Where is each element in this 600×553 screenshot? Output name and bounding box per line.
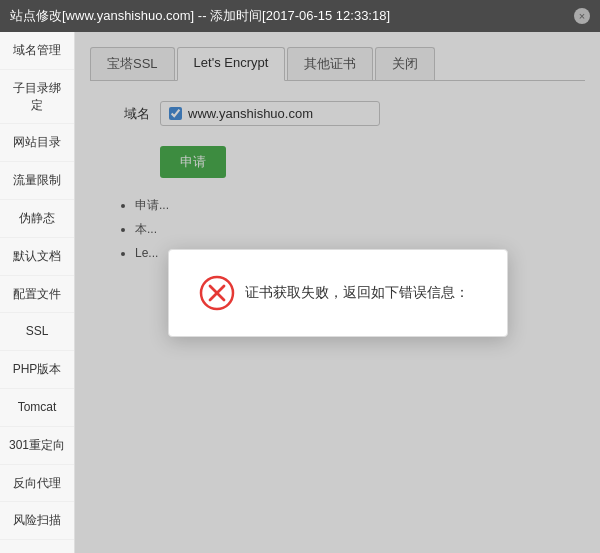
sidebar: 域名管理 子目录绑定 网站目录 流量限制 伪静态 默认文档 配置文件 SSL P… bbox=[0, 32, 75, 553]
modal-message: 证书获取失败，返回如下错误信息： bbox=[245, 284, 469, 302]
modal-overlay: 证书获取失败，返回如下错误信息： bbox=[75, 32, 600, 553]
sidebar-item-risk-scan[interactable]: 风险扫描 bbox=[0, 502, 74, 540]
sidebar-item-site-directory[interactable]: 网站目录 bbox=[0, 124, 74, 162]
sidebar-item-reverse-proxy[interactable]: 反向代理 bbox=[0, 465, 74, 503]
sidebar-item-php-version[interactable]: PHP版本 bbox=[0, 351, 74, 389]
close-icon[interactable]: × bbox=[574, 8, 590, 24]
sidebar-item-traffic-limit[interactable]: 流量限制 bbox=[0, 162, 74, 200]
sidebar-item-config-file[interactable]: 配置文件 bbox=[0, 276, 74, 314]
sidebar-item-pseudo-static[interactable]: 伪静态 bbox=[0, 200, 74, 238]
content-area: 宝塔SSL Let's Encrypt 其他证书 关闭 域名 www.yansh… bbox=[75, 32, 600, 553]
modal-content: 证书获取失败，返回如下错误信息： bbox=[199, 275, 469, 311]
main-layout: 域名管理 子目录绑定 网站目录 流量限制 伪静态 默认文档 配置文件 SSL P… bbox=[0, 32, 600, 553]
sidebar-item-subdir-bind[interactable]: 子目录绑定 bbox=[0, 70, 74, 125]
title-bar: 站点修改[www.yanshishuo.com] -- 添加时间[2017-06… bbox=[0, 0, 600, 32]
sidebar-item-ssl[interactable]: SSL bbox=[0, 313, 74, 351]
sidebar-item-301-redirect[interactable]: 301重定向 bbox=[0, 427, 74, 465]
modal-box: 证书获取失败，返回如下错误信息： bbox=[168, 249, 508, 337]
sidebar-item-domain-management[interactable]: 域名管理 bbox=[0, 32, 74, 70]
window-title: 站点修改[www.yanshishuo.com] -- 添加时间[2017-06… bbox=[10, 7, 390, 25]
sidebar-item-default-doc[interactable]: 默认文档 bbox=[0, 238, 74, 276]
error-icon bbox=[199, 275, 235, 311]
sidebar-item-tomcat[interactable]: Tomcat bbox=[0, 389, 74, 427]
